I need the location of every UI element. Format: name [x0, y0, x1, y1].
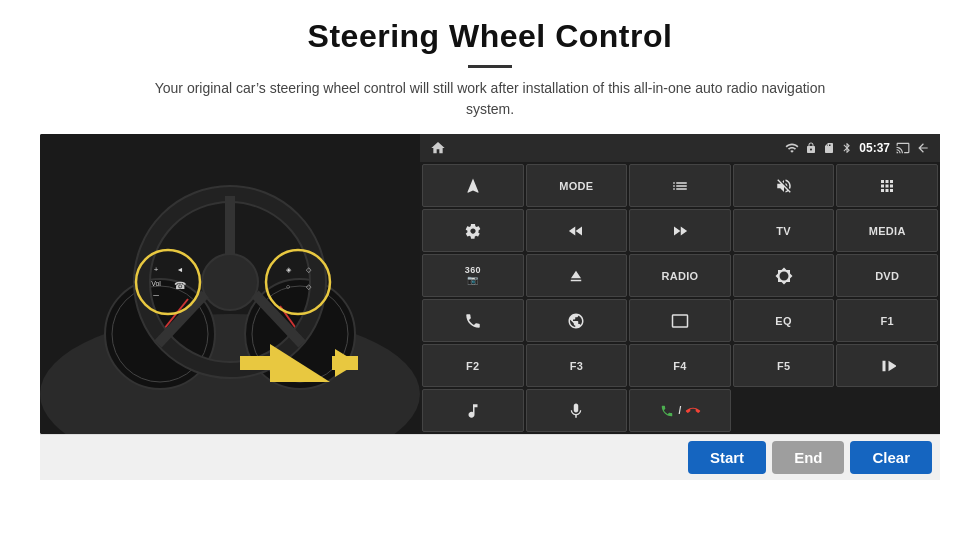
clear-button[interactable]: Clear [850, 441, 932, 474]
camera360-button[interactable]: 360📷 [422, 254, 524, 297]
page-container: Steering Wheel Control Your original car… [0, 0, 980, 544]
svg-rect-30 [332, 356, 358, 370]
button-grid: MODE TV [420, 162, 940, 434]
music-button[interactable] [422, 389, 524, 432]
radio-ui: 05:37 MODE [420, 134, 940, 434]
cast-icon [896, 141, 910, 155]
svg-text:─: ─ [152, 291, 159, 300]
steering-wheel-image: + Vol ◄ ─ ☎ ◈ ◇ ○ ◇ [40, 134, 420, 434]
status-bar: 05:37 [420, 134, 940, 162]
svg-rect-28 [240, 356, 272, 370]
radio-button[interactable]: RADIO [629, 254, 731, 297]
svg-text:Vol: Vol [151, 280, 161, 287]
fastforward-button[interactable] [629, 209, 731, 252]
svg-text:○: ○ [286, 283, 290, 290]
content-row: + Vol ◄ ─ ☎ ◈ ◇ ○ ◇ [40, 134, 940, 434]
eq-button[interactable]: EQ [733, 299, 835, 342]
eject-button[interactable] [526, 254, 628, 297]
f3-button[interactable]: F3 [526, 344, 628, 387]
wifi-icon [785, 141, 799, 155]
status-time: 05:37 [859, 141, 890, 155]
bluetooth-icon [841, 142, 853, 154]
back-icon [916, 141, 930, 155]
phone-answer-button[interactable]: / [629, 389, 731, 432]
dvd-button[interactable]: DVD [836, 254, 938, 297]
svg-text:+: + [154, 265, 159, 274]
start-button[interactable]: Start [688, 441, 766, 474]
rewind-button[interactable] [526, 209, 628, 252]
volume-mute-button[interactable] [733, 164, 835, 207]
svg-text:◄: ◄ [177, 266, 184, 273]
sd-icon [823, 142, 835, 154]
svg-point-12 [202, 254, 258, 310]
nav-button[interactable] [422, 164, 524, 207]
mic-button[interactable] [526, 389, 628, 432]
browser-button[interactable] [526, 299, 628, 342]
svg-text:☎: ☎ [174, 280, 186, 291]
f5-button[interactable]: F5 [733, 344, 835, 387]
status-right: 05:37 [785, 141, 930, 155]
phone-button[interactable] [422, 299, 524, 342]
f2-button[interactable]: F2 [422, 344, 524, 387]
f4-button[interactable]: F4 [629, 344, 731, 387]
f1-button[interactable]: F1 [836, 299, 938, 342]
brightness-button[interactable] [733, 254, 835, 297]
tv-button[interactable]: TV [733, 209, 835, 252]
mode-button[interactable]: MODE [526, 164, 628, 207]
title-divider [468, 65, 512, 68]
page-subtitle: Your original car’s steering wheel contr… [150, 78, 830, 120]
bottom-bar: Start End Clear [40, 434, 940, 480]
settings-button[interactable] [422, 209, 524, 252]
screen-button[interactable] [629, 299, 731, 342]
play-pause-button[interactable] [836, 344, 938, 387]
media-button[interactable]: MEDIA [836, 209, 938, 252]
home-icon [430, 140, 446, 156]
lock-icon [805, 142, 817, 154]
end-button[interactable]: End [772, 441, 844, 474]
list-button[interactable] [629, 164, 731, 207]
page-title: Steering Wheel Control [308, 18, 673, 55]
apps-button[interactable] [836, 164, 938, 207]
status-left [430, 140, 446, 156]
